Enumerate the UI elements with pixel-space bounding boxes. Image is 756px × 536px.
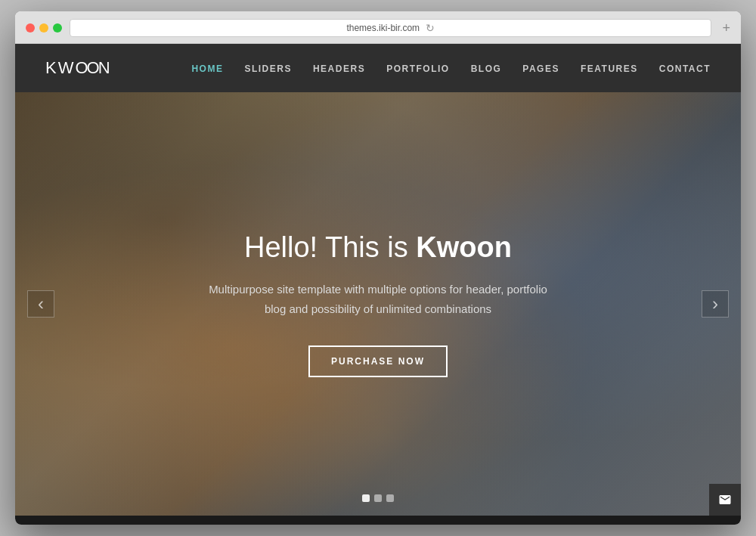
hero-subtitle-line2: blog and possibility of unlimited combin… [265,302,491,315]
hero-section: ‹ Hello! This is Kwoon Multipurpose site… [15,92,741,516]
refresh-icon[interactable]: ↻ [426,22,435,34]
url-text: themes.iki-bir.com [346,23,420,33]
mail-button[interactable] [709,484,741,516]
hero-content: Hello! This is Kwoon Multipurpose site t… [194,231,562,378]
nav-link-features[interactable]: FEATURES [581,64,638,74]
address-bar[interactable]: themes.iki-bir.com ↻ [70,19,711,37]
nav-item-features[interactable]: FEATURES [581,61,638,75]
slider-dot-3[interactable] [386,494,394,502]
site-footer-bar [15,516,741,525]
site-nav: KWOON HOME SLIDERS HEADERS PORTFOLIO BLO… [15,44,741,92]
site-wrapper: KWOON HOME SLIDERS HEADERS PORTFOLIO BLO… [15,44,741,525]
hero-subtitle-line1: Multipurpose site template with multiple… [209,283,547,296]
nav-item-pages[interactable]: PAGES [522,61,559,75]
nav-menu: HOME SLIDERS HEADERS PORTFOLIO BLOG PAGE… [191,61,711,75]
slider-next-button[interactable]: › [702,290,729,318]
logo-n: N [98,58,112,77]
nav-item-sliders[interactable]: SLIDERS [244,61,292,75]
minimize-button[interactable] [39,23,48,33]
nav-item-blog[interactable]: BLOG [471,61,502,75]
nav-link-contact[interactable]: CONTACT [659,64,711,74]
hero-title-prefix: Hello! This is [244,231,416,263]
nav-item-contact[interactable]: CONTACT [659,61,711,75]
nav-item-home[interactable]: HOME [191,61,223,75]
nav-link-sliders[interactable]: SLIDERS [244,64,292,74]
hero-title-brand: Kwoon [416,231,512,263]
maximize-button[interactable] [53,23,62,33]
site-logo[interactable]: KWOON [45,58,112,78]
purchase-now-button[interactable]: PURCHASE NOW [308,345,448,377]
browser-traffic-lights [26,23,62,33]
browser-chrome: themes.iki-bir.com ↻ + [15,11,741,44]
slider-prev-button[interactable]: ‹ [27,290,54,318]
slider-dot-1[interactable] [362,494,370,502]
nav-link-blog[interactable]: BLOG [471,64,502,74]
slider-dot-2[interactable] [374,494,382,502]
new-tab-button[interactable]: + [722,20,730,36]
browser-window: themes.iki-bir.com ↻ + KWOON HOME SLIDER… [15,11,741,525]
nav-link-portfolio[interactable]: PORTFOLIO [386,64,450,74]
nav-link-pages[interactable]: PAGES [522,64,559,74]
hero-subtitle: Multipurpose site template with multiple… [209,280,547,318]
logo-oo: OO [75,58,98,77]
close-button[interactable] [26,23,35,33]
mail-icon [718,493,732,507]
nav-item-headers[interactable]: HEADERS [313,61,365,75]
slider-dots [362,494,394,502]
nav-link-headers[interactable]: HEADERS [313,64,365,74]
chevron-right-icon: › [712,293,718,314]
nav-link-home[interactable]: HOME [191,64,223,74]
hero-title: Hello! This is Kwoon [209,231,547,265]
nav-item-portfolio[interactable]: PORTFOLIO [386,61,450,75]
logo-kw: KW [45,58,75,77]
chevron-left-icon: ‹ [38,293,44,314]
